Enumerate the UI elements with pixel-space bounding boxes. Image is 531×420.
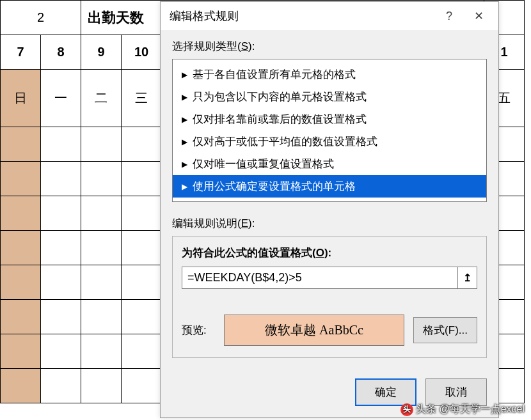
cell[interactable]: [41, 300, 81, 334]
rule-item[interactable]: ▶仅对排名靠前或靠后的数值设置格式: [173, 108, 486, 130]
dialog-titlebar[interactable]: 编辑格式规则 ? ✕: [161, 2, 498, 30]
arrow-icon: ▶: [182, 93, 187, 102]
cell[interactable]: [81, 231, 122, 265]
cell[interactable]: [81, 196, 122, 231]
cell[interactable]: [1, 196, 41, 231]
cell[interactable]: [122, 334, 162, 369]
preview-label: 预览:: [182, 323, 215, 338]
cell[interactable]: [122, 265, 162, 300]
arrow-icon: ▶: [182, 160, 187, 169]
cell[interactable]: [1, 334, 41, 369]
cell[interactable]: [41, 231, 81, 265]
cell[interactable]: 10: [122, 35, 162, 70]
help-button[interactable]: ?: [434, 3, 464, 29]
collapse-dialog-button[interactable]: ↥: [458, 267, 477, 289]
cell-month[interactable]: 2: [1, 1, 81, 35]
cell[interactable]: [122, 162, 162, 196]
rule-item-selected[interactable]: ▶使用公式确定要设置格式的单元格: [173, 175, 486, 198]
cell[interactable]: [81, 162, 122, 196]
cell[interactable]: [122, 369, 162, 403]
cell[interactable]: [81, 369, 122, 403]
watermark-logo-icon: 头: [400, 403, 413, 416]
dialog-title: 编辑格式规则: [170, 8, 434, 24]
rule-item[interactable]: ▶只为包含以下内容的单元格设置格式: [173, 86, 486, 108]
cell[interactable]: [41, 265, 81, 300]
collapse-icon: ↥: [463, 272, 472, 284]
cell[interactable]: [41, 127, 81, 162]
cell[interactable]: [81, 127, 122, 162]
cell[interactable]: [1, 231, 41, 265]
cell[interactable]: [81, 265, 122, 300]
ok-button[interactable]: 确定: [355, 378, 416, 406]
cell[interactable]: [1, 162, 41, 196]
cell[interactable]: [81, 334, 122, 369]
cell[interactable]: [41, 162, 81, 196]
format-button[interactable]: 格式(F)...: [413, 317, 477, 343]
cell[interactable]: [1, 300, 41, 334]
edit-format-rule-dialog: 编辑格式规则 ? ✕ 选择规则类型(S): ▶基于各自值设置所有单元格的格式 ▶…: [160, 1, 499, 418]
rule-type-label: 选择规则类型(S):: [172, 39, 487, 54]
rule-desc-panel: 为符合此公式的值设置格式(O): ↥ 预览: 微软卓越 AaBbCc 格式(F)…: [172, 236, 487, 358]
arrow-icon: ▶: [182, 137, 187, 146]
cell[interactable]: [1, 127, 41, 162]
cell[interactable]: [41, 334, 81, 369]
cell[interactable]: [1, 265, 41, 300]
cell-weekday[interactable]: 二: [81, 70, 122, 127]
rule-desc-label: 编辑规则说明(E):: [172, 216, 487, 231]
cell[interactable]: [122, 127, 162, 162]
close-icon: ✕: [474, 9, 484, 23]
cell[interactable]: [81, 300, 122, 334]
preview-sample: 微软卓越 AaBbCc: [224, 315, 404, 346]
help-icon: ?: [446, 10, 452, 23]
cell[interactable]: 9: [81, 35, 122, 70]
cell[interactable]: 7: [1, 35, 41, 70]
cell[interactable]: 8: [41, 35, 81, 70]
arrow-icon: ▶: [182, 182, 187, 191]
cancel-button[interactable]: 取消: [425, 378, 487, 406]
watermark: 头 头条 @每天学一点excel: [400, 403, 525, 416]
formula-input[interactable]: [182, 267, 458, 289]
cell[interactable]: [122, 231, 162, 265]
cell-weekday[interactable]: 日: [1, 70, 41, 127]
rule-item[interactable]: ▶仅对唯一值或重复值设置格式: [173, 153, 486, 175]
cell[interactable]: [41, 369, 81, 403]
arrow-icon: ▶: [182, 70, 187, 79]
rule-type-list[interactable]: ▶基于各自值设置所有单元格的格式 ▶只为包含以下内容的单元格设置格式 ▶仅对排名…: [172, 59, 487, 202]
rule-item[interactable]: ▶基于各自值设置所有单元格的格式: [173, 63, 486, 86]
cell-weekday[interactable]: 三: [122, 70, 162, 127]
formula-label: 为符合此公式的值设置格式(O):: [182, 245, 477, 260]
cell[interactable]: [122, 196, 162, 231]
rule-item[interactable]: ▶仅对高于或低于平均值的数值设置格式: [173, 130, 486, 153]
watermark-text: 头条 @每天学一点excel: [416, 403, 525, 416]
cell-weekday[interactable]: 一: [41, 70, 81, 127]
arrow-icon: ▶: [182, 115, 187, 124]
cell[interactable]: [1, 369, 41, 403]
cell[interactable]: [41, 196, 81, 231]
close-button[interactable]: ✕: [464, 3, 493, 29]
cell[interactable]: [122, 300, 162, 334]
